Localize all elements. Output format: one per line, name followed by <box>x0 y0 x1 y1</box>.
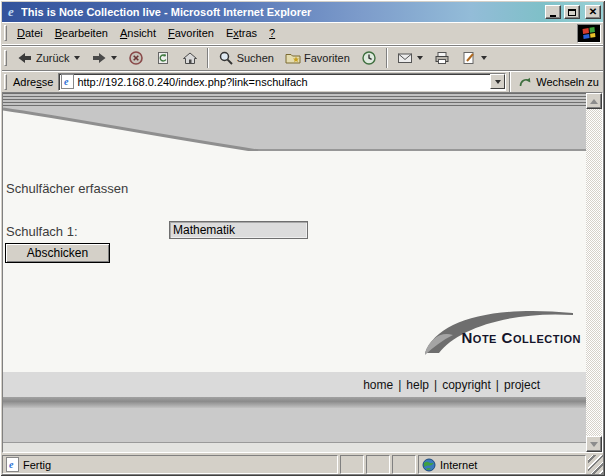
home-button[interactable] <box>177 47 203 69</box>
toolbar-grip[interactable] <box>4 50 7 66</box>
resize-grip[interactable] <box>588 455 603 474</box>
toolbar-separator <box>386 48 388 68</box>
svg-text:e: e <box>9 459 14 470</box>
back-dropdown-icon[interactable] <box>74 56 80 60</box>
toolbar-grip[interactable] <box>4 74 7 90</box>
history-button[interactable] <box>356 47 382 69</box>
browser-window: e This is Note Collection live - Microso… <box>0 0 605 476</box>
forward-button[interactable] <box>86 47 122 69</box>
maximize-button[interactable] <box>564 5 580 19</box>
footer-links: home|help|copyright|project <box>363 378 540 392</box>
page-ie-icon: e <box>61 74 74 89</box>
forward-dropdown-icon[interactable] <box>111 56 117 60</box>
menu-item-extras[interactable]: Extras <box>220 24 263 42</box>
back-icon <box>17 50 33 66</box>
page-header-graphic <box>3 93 586 151</box>
footer-separator: | <box>393 378 406 392</box>
toolbar-separator <box>509 72 511 92</box>
mail-button[interactable] <box>392 47 428 69</box>
subject-label: Schulfach 1: <box>6 224 78 239</box>
menu-items: DateiBearbeitenAnsichtFavoritenExtras? <box>11 24 281 42</box>
status-pane-empty <box>340 455 364 474</box>
favorites-button[interactable]: Favoriten <box>280 47 355 69</box>
minimize-button[interactable] <box>545 5 561 19</box>
refresh-icon <box>155 50 171 66</box>
page-bottom-band <box>3 408 586 452</box>
back-label: Zurück <box>36 52 70 64</box>
address-dropdown-icon <box>495 80 501 84</box>
web-page: Schulfächer erfassen Schulfach 1: Abschi… <box>3 93 586 452</box>
internet-globe-icon <box>422 458 436 472</box>
scroll-down-icon <box>590 442 598 447</box>
search-label: Suchen <box>237 52 274 64</box>
print-button[interactable] <box>429 47 455 69</box>
footer-gradient-band <box>3 397 586 408</box>
edit-icon <box>461 50 477 66</box>
edit-button[interactable] <box>456 47 492 69</box>
windows-logo <box>577 24 601 43</box>
minimize-icon <box>550 15 556 17</box>
scroll-up-button[interactable] <box>586 93 602 109</box>
vertical-scrollbar[interactable] <box>586 93 602 452</box>
menu-bar: DateiBearbeitenAnsichtFavoritenExtras? <box>2 22 603 45</box>
stop-button[interactable] <box>123 47 149 69</box>
status-pane-empty <box>392 455 416 474</box>
status-pane-empty <box>366 455 390 474</box>
edit-dropdown-icon[interactable] <box>481 56 487 60</box>
forward-icon <box>91 50 107 66</box>
address-bar: Adresse e http://192.168.0.240/index.php… <box>2 70 603 92</box>
page-title: Schulfächer erfassen <box>6 181 128 196</box>
standard-toolbar: Zurück <box>2 45 603 70</box>
address-url[interactable]: http://192.168.0.240/index.php?link=nsch… <box>74 76 490 88</box>
security-zone-label: Internet <box>440 459 477 471</box>
print-icon <box>434 50 450 66</box>
stop-icon <box>128 50 144 66</box>
status-page-icon: e <box>6 457 19 472</box>
address-dropdown-button[interactable] <box>490 74 505 89</box>
subject-input[interactable] <box>169 221 308 239</box>
history-icon <box>361 50 377 66</box>
svg-text:e: e <box>64 76 69 87</box>
note-collection-logo: Note Collection <box>417 309 583 363</box>
back-button[interactable]: Zurück <box>12 47 85 69</box>
favorites-label: Favoriten <box>304 52 350 64</box>
content-area: Schulfächer erfassen Schulfach 1: Abschi… <box>2 92 603 453</box>
logo-text: Note Collection <box>462 329 582 346</box>
status-bar: e Fertig Internet <box>2 453 603 474</box>
submit-button[interactable]: Abschicken <box>5 243 110 263</box>
go-button[interactable]: Wechseln zu <box>514 75 603 89</box>
mail-dropdown-icon[interactable] <box>417 56 423 60</box>
menu-item-?[interactable]: ? <box>263 24 281 42</box>
footer-separator: | <box>491 378 504 392</box>
favorites-icon <box>285 50 301 66</box>
menu-item-ansicht[interactable]: Ansicht <box>114 24 162 42</box>
address-input[interactable]: e http://192.168.0.240/index.php?link=ns… <box>58 73 506 91</box>
search-button[interactable]: Suchen <box>213 47 279 69</box>
footer-link-home[interactable]: home <box>363 378 393 392</box>
toolbar-separator <box>207 48 209 68</box>
security-zone-pane: Internet <box>418 455 586 474</box>
footer-link-help[interactable]: help <box>406 378 429 392</box>
header-swoosh <box>3 93 586 151</box>
maximize-icon <box>568 9 576 16</box>
scroll-up-icon <box>590 99 598 104</box>
footer-separator: | <box>429 378 442 392</box>
footer-link-project[interactable]: project <box>504 378 540 392</box>
status-message: Fertig <box>23 459 51 471</box>
toolbar-grip[interactable] <box>4 25 7 41</box>
home-icon <box>182 50 198 66</box>
refresh-button[interactable] <box>150 47 176 69</box>
go-arrow-icon <box>518 75 532 89</box>
go-label: Wechseln zu <box>536 76 599 88</box>
address-label: Adresse <box>11 76 58 88</box>
menu-item-favoriten[interactable]: Favoriten <box>162 24 220 42</box>
close-icon: ✕ <box>589 7 597 17</box>
footer-link-copyright[interactable]: copyright <box>442 378 491 392</box>
scroll-down-button[interactable] <box>586 436 602 452</box>
close-button[interactable]: ✕ <box>585 5 601 19</box>
menu-item-datei[interactable]: Datei <box>11 24 49 42</box>
mail-icon <box>397 50 413 66</box>
status-message-pane: e Fertig <box>2 455 338 474</box>
search-icon <box>218 50 234 66</box>
menu-item-bearbeiten[interactable]: Bearbeiten <box>49 24 114 42</box>
